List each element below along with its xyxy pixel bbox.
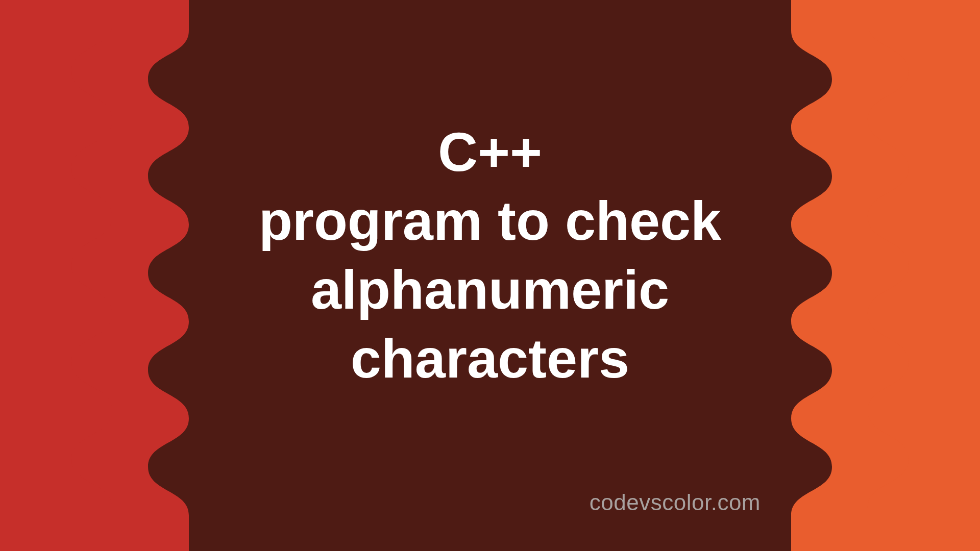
- title-line-4: characters: [259, 324, 721, 393]
- title-line-1: C++: [259, 117, 721, 186]
- credit-text: codevscolor.com: [590, 490, 761, 515]
- main-title: C++ program to check alphanumeric charac…: [259, 117, 721, 393]
- title-line-3: alphanumeric: [259, 255, 721, 324]
- title-container: C++ program to check alphanumeric charac…: [0, 0, 980, 551]
- title-line-2: program to check: [259, 186, 721, 255]
